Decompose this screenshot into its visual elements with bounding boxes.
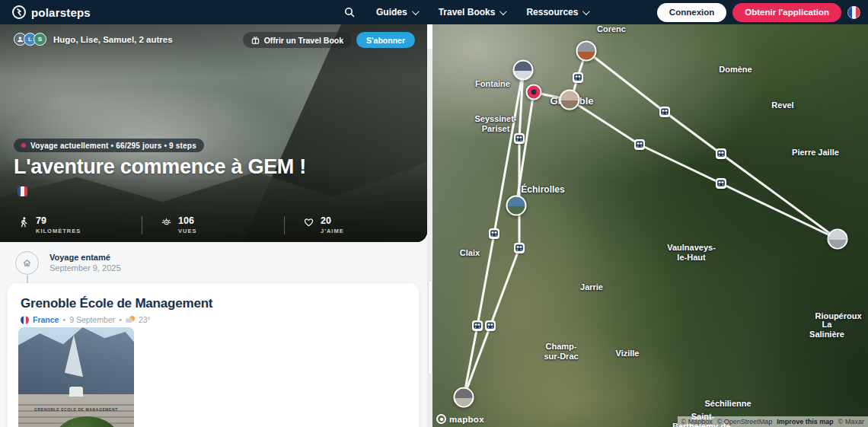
- polarsteps-compass-icon: [12, 5, 26, 19]
- attribution-link[interactable]: Improve this map: [777, 418, 834, 425]
- chevron-down-icon: [412, 8, 420, 15]
- views-value: 106: [178, 216, 196, 226]
- likes-value: 20: [321, 216, 344, 226]
- country-link[interactable]: France: [33, 315, 59, 324]
- mapbox-icon: [436, 414, 446, 424]
- likes-label: J'AIME: [321, 228, 344, 234]
- attribution-link[interactable]: © Maxar: [838, 418, 864, 425]
- nav-menu-guides-label: Guides: [376, 7, 407, 18]
- hero-actions: Offrir un Travel Book S'abonner: [243, 32, 415, 48]
- subscribe-button[interactable]: S'abonner: [356, 32, 415, 48]
- stat-distance: 79 KILOMÈTRES: [0, 216, 142, 234]
- avatar-stack: L S: [14, 33, 46, 46]
- trip-status-text: Voyage actuellement • 66/295 jours • 9 s…: [30, 142, 196, 150]
- step-photo-marker[interactable]: [560, 90, 580, 110]
- views-label: VUES: [178, 228, 196, 234]
- nav-menu-travel-books-label: Travel Books: [439, 7, 496, 18]
- timeline-event-date: September 9, 2025: [49, 263, 121, 272]
- polarsteps-logo[interactable]: polarsteps: [12, 5, 91, 19]
- gift-travel-book-button[interactable]: Offrir un Travel Book: [243, 32, 352, 48]
- separator: •: [62, 315, 65, 324]
- step-photo[interactable]: GRENOBLE ECOLE DE MANAGEMENT: [18, 327, 134, 427]
- bus-transport-marker[interactable]: [716, 178, 726, 189]
- scrollbar-thumb[interactable]: [428, 280, 432, 375]
- login-button[interactable]: Connexion: [657, 3, 726, 22]
- brand-name: polarsteps: [31, 6, 91, 19]
- step-photo-marker[interactable]: [506, 196, 527, 216]
- stat-views: 106 VUES: [142, 216, 285, 234]
- bus-transport-marker[interactable]: [485, 320, 496, 331]
- step-photo-marker[interactable]: [454, 387, 474, 408]
- live-dot-icon: [21, 143, 26, 148]
- timeline-event-start: Voyage entamé September 9, 2025: [15, 251, 121, 275]
- step-meta: France • 9 September • 23°: [8, 311, 419, 324]
- bus-transport-marker[interactable]: [573, 72, 583, 83]
- step-title: Grenoble École de Management: [8, 283, 419, 311]
- separator: •: [119, 315, 122, 324]
- step-photo-marker[interactable]: [828, 229, 848, 250]
- bus-transport-marker[interactable]: [716, 148, 726, 159]
- heart-icon: [304, 217, 314, 228]
- trip-cover-photo: L S Hugo, Lise, Samuel, 2 autres Offrir …: [0, 24, 427, 242]
- search-icon[interactable]: [344, 7, 355, 18]
- gift-icon: [251, 36, 260, 44]
- gift-travel-book-label: Offrir un Travel Book: [264, 36, 343, 45]
- bus-transport-marker[interactable]: [514, 133, 525, 144]
- step-photo-marker[interactable]: [513, 60, 534, 81]
- get-app-button[interactable]: Obtenir l'application: [732, 3, 841, 22]
- nav-menu-ressources[interactable]: Ressources: [526, 7, 588, 18]
- top-nav: polarsteps Guides Travel Books Ressource…: [0, 0, 868, 24]
- trip-stats: 79 KILOMÈTRES 106 VUES 20 J'AIME: [0, 216, 427, 234]
- bus-transport-marker[interactable]: [514, 243, 525, 253]
- step-card[interactable]: Grenoble École de Management France • 9 …: [8, 283, 419, 427]
- step-date: 9 September: [69, 315, 115, 324]
- stat-likes: 20 J'AIME: [285, 216, 427, 234]
- trip-title: L'aventure commence à GEM !: [14, 155, 306, 179]
- france-flag-icon: [18, 186, 27, 196]
- walker-icon: [19, 217, 29, 228]
- timeline-event-title: Voyage entamé: [49, 253, 121, 262]
- chevron-down-icon: [582, 8, 590, 15]
- route-lines: [432, 24, 868, 427]
- weather-partly-cloudy-icon: [126, 316, 135, 323]
- polarsteps-page: polarsteps Guides Travel Books Ressource…: [0, 0, 868, 427]
- home-icon: [15, 251, 39, 275]
- map-attribution: © Mapbox© OpenStreetMapImprove this map©…: [678, 416, 868, 427]
- bus-transport-marker[interactable]: [472, 320, 483, 331]
- trip-panel: L S Hugo, Lise, Samuel, 2 autres Offrir …: [0, 24, 427, 427]
- trip-status-badge: Voyage actuellement • 66/295 jours • 9 s…: [14, 139, 204, 152]
- language-flag-icon[interactable]: [847, 6, 860, 19]
- avatar: S: [34, 33, 46, 46]
- nav-menu-travel-books[interactable]: Travel Books: [439, 7, 506, 18]
- bus-transport-marker[interactable]: [634, 139, 645, 150]
- nav-menu-guides[interactable]: Guides: [376, 7, 417, 18]
- trip-map[interactable]: CorencFontaineSeyssinet- ParisetGrenoble…: [432, 24, 868, 427]
- step-temperature: 23°: [139, 315, 151, 324]
- mapbox-wordmark: mapbox: [449, 415, 484, 424]
- current-location-marker[interactable]: [526, 84, 542, 100]
- step-photo-marker[interactable]: [576, 41, 597, 62]
- eye-icon: [161, 217, 171, 228]
- nav-menu-ressources-label: Ressources: [526, 7, 578, 18]
- chevron-down-icon: [499, 8, 507, 15]
- bus-transport-marker[interactable]: [659, 107, 670, 117]
- building-sign-text: GRENOBLE ECOLE DE MANAGEMENT: [18, 407, 134, 412]
- mapbox-logo[interactable]: mapbox: [436, 414, 484, 424]
- attribution-link[interactable]: © OpenStreetMap: [717, 418, 773, 425]
- travelers-names: Hugo, Lise, Samuel, 2 autres: [53, 35, 173, 44]
- distance-label: KILOMÈTRES: [36, 228, 81, 234]
- travelers-group[interactable]: L S Hugo, Lise, Samuel, 2 autres: [14, 33, 173, 46]
- nav-menu: Guides Travel Books Ressources: [344, 7, 588, 18]
- distance-value: 79: [36, 216, 81, 226]
- france-flag-icon: [21, 316, 29, 324]
- bus-transport-marker[interactable]: [489, 228, 499, 239]
- nav-actions: Connexion Obtenir l'application: [657, 3, 860, 22]
- attribution-link[interactable]: © Mapbox: [681, 418, 713, 425]
